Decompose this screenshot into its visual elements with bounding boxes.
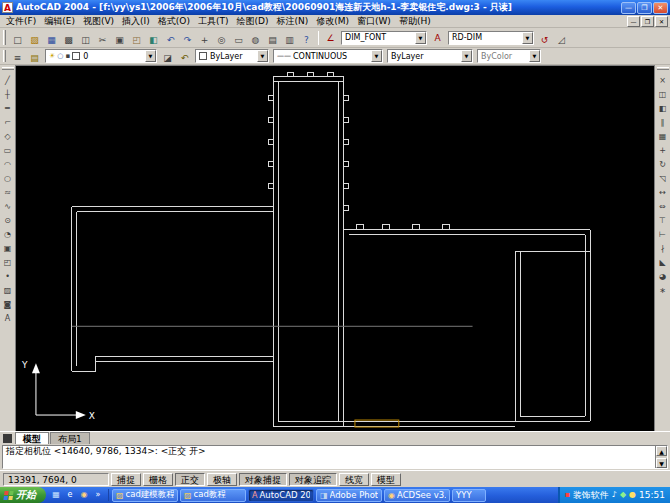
status-otrack-toggle[interactable]: 对象追踪 bbox=[289, 473, 337, 486]
chevron-down-icon[interactable]: ▼ bbox=[522, 32, 533, 44]
modify-mirror-icon[interactable]: ◧ bbox=[656, 101, 670, 115]
draw-point-icon[interactable]: • bbox=[1, 269, 15, 283]
draw-hatch-icon[interactable]: ▨ bbox=[1, 283, 15, 297]
modify-stretch-icon[interactable]: ↔ bbox=[656, 185, 670, 199]
start-button[interactable]: 开始 bbox=[0, 487, 46, 503]
pan-icon[interactable]: + bbox=[196, 32, 213, 47]
draw-xline-icon[interactable]: ┼ bbox=[1, 87, 15, 101]
draw-arc-icon[interactable]: ◠ bbox=[1, 157, 15, 171]
toolbar-grip[interactable] bbox=[2, 67, 14, 70]
modify-extend-icon[interactable]: ⊢ bbox=[656, 227, 670, 241]
coordinate-display[interactable]: 13391, 7694, 0 bbox=[3, 473, 109, 486]
menu-insert[interactable]: 插入(I) bbox=[118, 16, 154, 26]
modify-explode-icon[interactable]: ∗ bbox=[656, 283, 670, 297]
menu-edit[interactable]: 编辑(E) bbox=[40, 16, 79, 26]
modify-offset-icon[interactable]: ∥ bbox=[656, 115, 670, 129]
paste-icon[interactable]: ◰ bbox=[128, 32, 145, 47]
tray-volume-icon[interactable]: ♪ bbox=[612, 489, 617, 501]
status-grid-toggle[interactable]: 栅格 bbox=[143, 473, 173, 486]
minimize-button[interactable]: — bbox=[621, 2, 636, 14]
task-autocad[interactable]: AAutoCAD 200.. bbox=[248, 489, 314, 502]
tab-layout1[interactable]: 布局1 bbox=[50, 432, 90, 444]
draw-mtext-icon[interactable]: A bbox=[1, 311, 15, 325]
mdi-minimize-button[interactable]: — bbox=[627, 16, 640, 27]
menu-file[interactable]: 文件(F) bbox=[2, 16, 40, 26]
draw-mline-icon[interactable]: ═ bbox=[1, 101, 15, 115]
modify-array-icon[interactable]: ▦ bbox=[656, 129, 670, 143]
color-combo[interactable]: ByLayer ▼ bbox=[195, 49, 269, 63]
menu-modify[interactable]: 修改(M) bbox=[312, 16, 353, 26]
draw-region-icon[interactable]: ◙ bbox=[1, 297, 15, 311]
modify-copy-icon[interactable]: ◫ bbox=[656, 87, 670, 101]
task-yyy[interactable]: YYY bbox=[452, 489, 486, 502]
draw-polygon-icon[interactable]: ◇ bbox=[1, 129, 15, 143]
tray-shield-icon[interactable]: ◆ bbox=[620, 489, 626, 501]
modify-break-icon[interactable]: ∤ bbox=[656, 241, 670, 255]
text-style-icon[interactable]: A bbox=[429, 30, 446, 45]
draw-spline-icon[interactable]: ∿ bbox=[1, 199, 15, 213]
save-icon[interactable]: ▦ bbox=[43, 32, 60, 47]
media-player-icon[interactable]: ◉ bbox=[78, 489, 90, 501]
plot-icon[interactable]: ▩ bbox=[60, 32, 77, 47]
menu-tools[interactable]: 工具(T) bbox=[194, 16, 233, 26]
draw-rectangle-icon[interactable]: ▭ bbox=[1, 143, 15, 157]
plotstyle-combo[interactable]: ByColor ▼ bbox=[477, 49, 541, 63]
new-icon[interactable]: □ bbox=[9, 32, 26, 47]
menu-window[interactable]: 窗口(W) bbox=[353, 16, 395, 26]
draw-ellipse-arc-icon[interactable]: ◔ bbox=[1, 227, 15, 241]
dim-current-combo[interactable]: RD-DIM ▼ bbox=[448, 31, 534, 45]
show-desktop-icon[interactable]: ▦ bbox=[50, 489, 62, 501]
zoom-previous-icon[interactable]: ◍ bbox=[247, 32, 264, 47]
tab-model[interactable]: 模型 bbox=[15, 432, 49, 444]
menu-format[interactable]: 格式(O) bbox=[154, 16, 194, 26]
modify-move-icon[interactable]: + bbox=[656, 143, 670, 157]
tray-message-icon[interactable]: ● bbox=[629, 489, 636, 501]
drawing-canvas[interactable]: Y X bbox=[15, 65, 655, 431]
open-icon[interactable]: ▨ bbox=[26, 32, 43, 47]
menu-view[interactable]: 视图(V) bbox=[79, 16, 118, 26]
modify-scale-icon[interactable]: ◹ bbox=[656, 171, 670, 185]
designcenter-icon[interactable]: ▥ bbox=[281, 32, 298, 47]
chevron-down-icon[interactable]: ▼ bbox=[257, 50, 268, 62]
task-cad-tutorial-folder[interactable]: ▨cad教程 bbox=[180, 489, 246, 502]
chevron-down-icon[interactable]: ▼ bbox=[529, 50, 540, 62]
draw-line-icon[interactable]: ╱ bbox=[1, 73, 15, 87]
cut-icon[interactable]: ✂ bbox=[94, 32, 111, 47]
modify-fillet-icon[interactable]: ◕ bbox=[656, 269, 670, 283]
task-cad-modeling-folder[interactable]: ▨cad建模教程 bbox=[112, 489, 178, 502]
chevron-down-icon[interactable]: ▼ bbox=[371, 50, 382, 62]
task-acdsee[interactable]: ◉ACDSee v3.1.. bbox=[384, 489, 450, 502]
help-icon[interactable]: ? bbox=[298, 32, 315, 47]
draw-polyline-icon[interactable]: ⌐ bbox=[1, 115, 15, 129]
lineweight-combo[interactable]: ByLayer ▼ bbox=[387, 49, 473, 63]
draw-revcloud-icon[interactable]: ≈ bbox=[1, 185, 15, 199]
tray-app-icon[interactable]: ▪ bbox=[564, 489, 569, 501]
dim-update-icon[interactable]: ↺ bbox=[536, 32, 553, 47]
copy-icon[interactable]: ▣ bbox=[111, 32, 128, 47]
mdi-close-button[interactable]: ✕ bbox=[655, 16, 668, 27]
scroll-up-icon[interactable]: ▲ bbox=[656, 446, 667, 456]
modify-rotate-icon[interactable]: ↻ bbox=[656, 157, 670, 171]
layer-properties-icon[interactable]: ≡ bbox=[9, 51, 26, 66]
menu-help[interactable]: 帮助(H) bbox=[395, 16, 435, 26]
undo-icon[interactable]: ↶ bbox=[162, 32, 179, 47]
menu-draw[interactable]: 绘图(D) bbox=[232, 16, 272, 26]
layer-on-icon[interactable]: ☀ bbox=[49, 52, 55, 60]
layer-combo[interactable]: ☀ ○ ▪ 0 ▼ bbox=[45, 49, 157, 63]
status-osnap-toggle[interactable]: 对象捕捉 bbox=[239, 473, 287, 486]
toolbar-grip[interactable] bbox=[3, 50, 6, 63]
chevron-down-icon[interactable]: ▼ bbox=[415, 32, 426, 44]
plot-preview-icon[interactable]: ◫ bbox=[77, 32, 94, 47]
modify-chamfer-icon[interactable]: ◣ bbox=[656, 255, 670, 269]
make-object-layer-icon[interactable]: ◪ bbox=[159, 51, 176, 66]
layer-previous-icon[interactable]: ↶ bbox=[176, 51, 193, 66]
status-snap-toggle[interactable]: 捕捉 bbox=[111, 473, 141, 486]
properties-icon[interactable]: ▤ bbox=[264, 32, 281, 47]
dim-edit-icon[interactable]: ◿ bbox=[553, 32, 570, 47]
status-model-toggle[interactable]: 模型 bbox=[371, 473, 401, 486]
toolbar-grip[interactable] bbox=[657, 67, 669, 70]
status-lwt-toggle[interactable]: 线宽 bbox=[339, 473, 369, 486]
chevron-down-icon[interactable]: ▼ bbox=[145, 50, 156, 62]
close-button[interactable]: ✕ bbox=[653, 2, 668, 14]
layers-dialog-icon[interactable]: ▤ bbox=[26, 51, 43, 66]
